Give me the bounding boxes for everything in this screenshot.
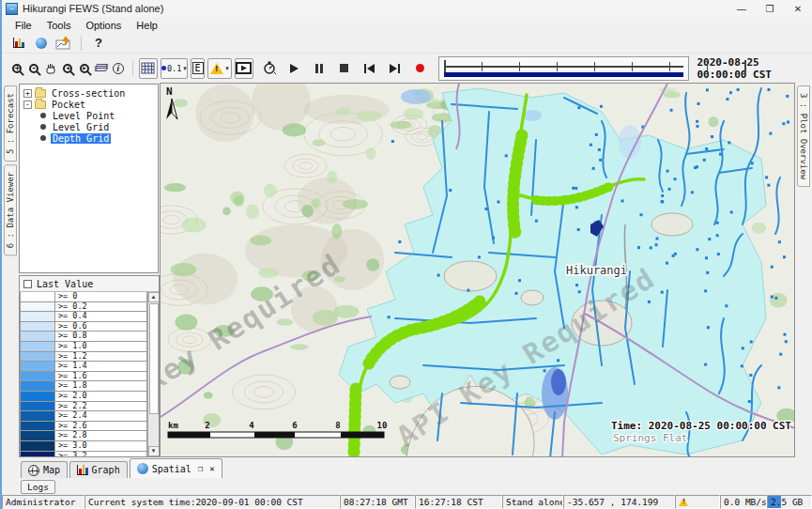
tab-float-icon[interactable]: ❐ xyxy=(198,464,203,473)
explorer-chart-button[interactable] xyxy=(8,34,30,53)
timeseries-icon xyxy=(55,37,72,50)
status-system-time: Current system time:2020-09-01 00:00 CST xyxy=(84,495,340,509)
timeline-tick xyxy=(557,62,558,71)
close-button[interactable]: ✕ xyxy=(784,0,812,17)
svg-text:2: 2 xyxy=(205,421,209,430)
sidebar-tab-data-viewer[interactable]: 6 : Data Viewer xyxy=(4,164,17,255)
stop-button[interactable] xyxy=(336,58,352,79)
minimize-button[interactable]: — xyxy=(728,0,756,17)
layer-tree[interactable]: +Cross-section-PocketLevel PointLevel Gr… xyxy=(19,84,159,273)
labels-toggle-button[interactable]: E xyxy=(191,58,205,79)
window-title: Hikurangi FEWS (Stand alone) xyxy=(23,3,163,14)
toolbar-separator xyxy=(132,61,133,76)
maximize-button[interactable]: ❐ xyxy=(756,0,784,17)
scrollbar-thumb[interactable] xyxy=(149,303,159,414)
legend-swatch xyxy=(20,431,55,441)
svg-text:10: 10 xyxy=(377,421,388,430)
legend-swatch xyxy=(20,362,55,372)
sidebar-tab-forecast[interactable]: 5 : Forecast xyxy=(4,85,17,162)
movie-play-icon xyxy=(236,62,252,74)
contour-interval-dropdown[interactable]: 0.1 ▾ xyxy=(161,58,188,79)
application-window: ~ Hikurangi FEWS (Stand alone) — ❐ ✕ Fil… xyxy=(0,0,812,509)
spatial-sphere-icon xyxy=(137,463,148,474)
info-button[interactable]: i xyxy=(110,58,126,79)
timeline-tick xyxy=(744,60,746,72)
point-icon xyxy=(161,66,166,70)
svg-text:km: km xyxy=(168,421,178,430)
last-value-checkbox[interactable] xyxy=(23,280,32,288)
tab-spatial[interactable]: Spatial ❐ ✕ xyxy=(130,458,222,478)
scroll-down-icon[interactable]: ▼ xyxy=(148,446,160,456)
map-canvas[interactable]: API Key Required API Key Required Hikura… xyxy=(160,83,795,457)
timeline-date: 2020-08-25 00:00:00 CST xyxy=(697,56,812,81)
zoom-next-button[interactable]: ▸ xyxy=(77,58,93,79)
tree-item-level-grid[interactable]: Level Grid xyxy=(20,121,158,132)
legend-panel: Last Value >= 0>= 0.2>= 0.4>= 0.6>= 0.8>… xyxy=(19,275,160,457)
skip-start-icon xyxy=(364,64,375,73)
step-forward-button[interactable] xyxy=(387,58,403,79)
tab-map[interactable]: Map xyxy=(21,461,68,478)
tree-item-label: Cross-section xyxy=(50,88,127,99)
timeline-tick xyxy=(632,62,633,71)
legend-row: >= 1.0 xyxy=(20,342,147,352)
tree-item-level-point[interactable]: Level Point xyxy=(20,110,158,121)
tab-map-label: Map xyxy=(43,465,60,475)
tab-graph[interactable]: Graph xyxy=(69,461,128,478)
title-bar[interactable]: ~ Hikurangi FEWS (Stand alone) — ❐ ✕ xyxy=(2,0,812,17)
animation-button[interactable] xyxy=(235,58,253,79)
map-toolbar: + - ◂ ▸ i 0.1 ▾ E ▾ xyxy=(2,54,812,83)
menu-tools[interactable]: Tools xyxy=(39,19,79,32)
menu-file[interactable]: File xyxy=(8,19,39,32)
tree-item-label: Level Grid xyxy=(51,122,111,132)
grid-icon xyxy=(141,62,155,74)
menu-options[interactable]: Options xyxy=(78,19,129,32)
bottom-tab-bar: Map Graph Spatial ❐ ✕ xyxy=(2,457,812,478)
zoom-in-icon: + xyxy=(12,64,22,73)
logs-button[interactable]: Logs xyxy=(21,480,55,494)
zoom-in-button[interactable]: + xyxy=(9,58,25,79)
tree-item-pocket[interactable]: -Pocket xyxy=(20,99,158,110)
pan-button[interactable] xyxy=(43,58,59,79)
play-button[interactable] xyxy=(286,58,302,79)
status-bar: Administrator Current system time:2020-0… xyxy=(2,495,812,509)
svg-text:N: N xyxy=(166,85,173,98)
menu-help[interactable]: Help xyxy=(129,19,165,32)
legend-swatch xyxy=(20,352,55,362)
timeseries-display-button[interactable] xyxy=(53,34,75,53)
tree-item-depth-grid[interactable]: Depth Grid xyxy=(20,132,158,144)
sidebar-tab-plot-overview[interactable]: 3 : Plot Overview xyxy=(797,85,810,187)
bullet-icon xyxy=(40,113,46,118)
status-gmt-time: 08:27:18 GMT xyxy=(340,495,415,509)
warnings-dropdown[interactable]: ▾ xyxy=(207,58,232,79)
map-display-button[interactable] xyxy=(30,34,53,53)
pause-icon xyxy=(315,64,323,73)
left-panel: +Cross-section-PocketLevel PointLevel Gr… xyxy=(19,83,160,457)
layers-icon xyxy=(96,66,107,71)
timeline-slider[interactable] xyxy=(438,56,689,81)
scroll-up-icon[interactable]: ▲ xyxy=(148,292,160,302)
timer-settings-button[interactable] xyxy=(262,58,278,79)
help-button[interactable]: ? xyxy=(87,34,110,53)
record-button[interactable] xyxy=(412,58,428,79)
legend-row: >= 0 xyxy=(20,292,147,302)
layers-button[interactable] xyxy=(93,58,109,79)
pause-button[interactable] xyxy=(312,58,328,79)
legend-swatch xyxy=(20,312,55,322)
tree-expander-icon[interactable]: - xyxy=(23,100,32,109)
legend-swatch xyxy=(20,372,55,382)
tree-expander-icon[interactable]: + xyxy=(23,89,32,98)
tab-close-icon[interactable]: ✕ xyxy=(209,464,214,473)
legend-row: >= 2.0 xyxy=(20,392,147,402)
status-warning-cell[interactable] xyxy=(675,495,720,509)
legend-scrollbar[interactable]: ▲ ▼ xyxy=(147,292,159,456)
info-icon: i xyxy=(113,63,124,74)
timeline-tick xyxy=(444,60,446,72)
zoom-out-button[interactable]: - xyxy=(26,58,42,79)
step-back-button[interactable] xyxy=(361,58,377,79)
tree-item-cross-section[interactable]: +Cross-section xyxy=(20,87,158,99)
globe-icon xyxy=(36,38,47,49)
tree-item-label: Depth Grid xyxy=(51,133,111,144)
grid-display-button[interactable] xyxy=(139,58,158,79)
zoom-previous-button[interactable]: ◂ xyxy=(60,58,76,79)
legend-label: >= 2.0 xyxy=(55,392,147,402)
